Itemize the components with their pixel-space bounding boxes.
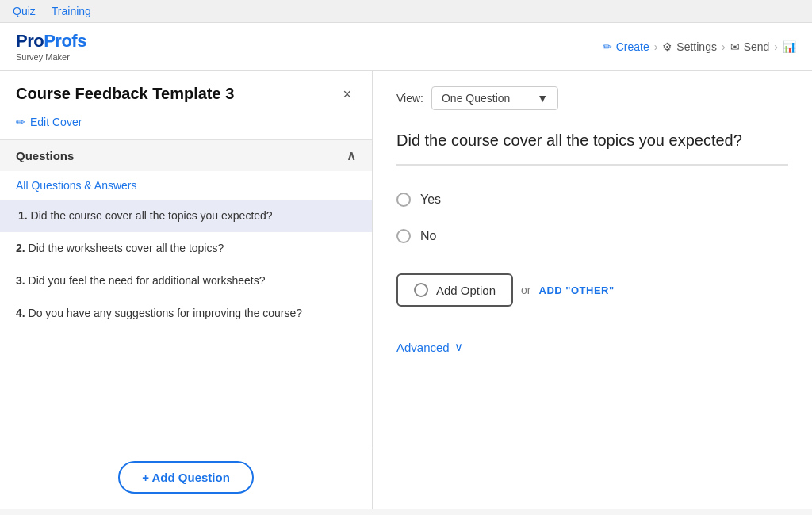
add-option-label: Add Option — [436, 284, 496, 297]
edit-cover-button[interactable]: ✏ Edit Cover — [0, 113, 372, 139]
sep-3: › — [774, 40, 778, 53]
logo-subtitle: Survey Maker — [16, 52, 86, 62]
option-no: No — [396, 218, 788, 254]
q-text-4: Do you have any suggestions for improvin… — [29, 307, 303, 319]
chevron-down-icon: ∨ — [454, 340, 463, 354]
step-results[interactable]: 📊 — [783, 40, 796, 53]
advanced-label: Advanced — [396, 341, 450, 354]
question-item-2[interactable]: 2. Did the worksheets cover all the topi… — [0, 232, 372, 265]
questions-header: Questions ∧ — [0, 139, 372, 171]
pencil-icon: ✏ — [603, 40, 612, 53]
view-selector: View: One Question ▼ — [396, 86, 788, 110]
advanced-row[interactable]: Advanced ∨ — [396, 327, 788, 367]
question-item-1[interactable]: 1. Did the course cover all the topics y… — [0, 200, 372, 232]
edit-cover-pencil-icon: ✏ — [16, 116, 25, 128]
questions-list: All Questions & Answers 1. Did the cours… — [0, 171, 372, 448]
header-steps: ✏ Create › ⚙ Settings › ✉ Send › 📊 — [603, 40, 796, 53]
send-icon: ✉ — [730, 40, 740, 53]
step-settings[interactable]: ⚙ Settings — [662, 40, 717, 53]
q-text-3: Did you feel the need for additional wor… — [29, 274, 266, 287]
panel-title: Course Feedback Template 3 — [16, 85, 234, 103]
panel-title-area: Course Feedback Template 3 × — [0, 71, 372, 113]
or-text: or — [521, 284, 530, 296]
logo: Pro Profs Survey Maker — [16, 31, 86, 61]
view-dropdown[interactable]: One Question ▼ — [431, 86, 558, 110]
q-num-4: 4. — [16, 307, 25, 319]
q-text-1: Did the course cover all the topics you … — [31, 209, 273, 222]
top-nav: Quiz Training — [0, 0, 812, 23]
view-option-label: One Question — [442, 92, 510, 105]
main-layout: Course Feedback Template 3 × ✏ Edit Cove… — [0, 71, 812, 509]
question-item-3[interactable]: 3. Did you feel the need for additional … — [0, 265, 372, 297]
questions-label: Questions — [16, 149, 74, 162]
chart-icon: 📊 — [783, 40, 796, 53]
q-num-3: 3. — [16, 274, 25, 287]
all-questions-link[interactable]: All Questions & Answers — [0, 171, 372, 200]
option-no-label: No — [420, 229, 436, 243]
close-button[interactable]: × — [338, 85, 356, 105]
option-yes: Yes — [396, 181, 788, 218]
header: Pro Profs Survey Maker ✏ Create › ⚙ Sett… — [0, 23, 812, 71]
q-num-2: 2. — [16, 242, 25, 254]
edit-cover-label: Edit Cover — [30, 116, 82, 128]
step-send[interactable]: ✉ Send — [730, 40, 770, 53]
nav-quiz[interactable]: Quiz — [13, 5, 36, 17]
add-option-row: Add Option or ADD "OTHER" — [396, 261, 788, 319]
step-send-label: Send — [744, 40, 770, 53]
right-panel: View: One Question ▼ Did the course cove… — [373, 71, 812, 509]
q-text-2: Did the worksheets cover all the topics? — [29, 242, 224, 254]
add-other-button[interactable]: ADD "OTHER" — [539, 284, 615, 296]
add-option-radio-icon — [414, 283, 428, 297]
option-yes-label: Yes — [420, 193, 441, 207]
step-create-label: Create — [616, 40, 649, 53]
logo-pro: Pro — [16, 31, 44, 52]
q-num-1: 1. — [18, 209, 28, 222]
gear-icon: ⚙ — [662, 40, 672, 53]
left-panel: Course Feedback Template 3 × ✏ Edit Cove… — [0, 71, 373, 509]
sep-1: › — [654, 40, 658, 53]
dropdown-arrow-icon: ▼ — [537, 92, 548, 105]
chevron-up-icon[interactable]: ∧ — [347, 148, 356, 163]
sep-2: › — [722, 40, 726, 53]
step-create[interactable]: ✏ Create — [603, 40, 649, 53]
logo-profs: Profs — [44, 31, 86, 52]
add-question-area: + Add Question — [0, 448, 372, 509]
radio-no-icon[interactable] — [396, 229, 411, 243]
question-text: Did the course cover all the topics you … — [396, 129, 788, 166]
view-label: View: — [396, 92, 423, 105]
add-question-button[interactable]: + Add Question — [118, 461, 254, 494]
add-option-button[interactable]: Add Option — [396, 273, 513, 307]
step-settings-label: Settings — [676, 40, 717, 53]
question-item-4[interactable]: 4. Do you have any suggestions for impro… — [0, 297, 372, 330]
nav-training[interactable]: Training — [52, 5, 91, 17]
radio-yes-icon[interactable] — [396, 193, 411, 207]
